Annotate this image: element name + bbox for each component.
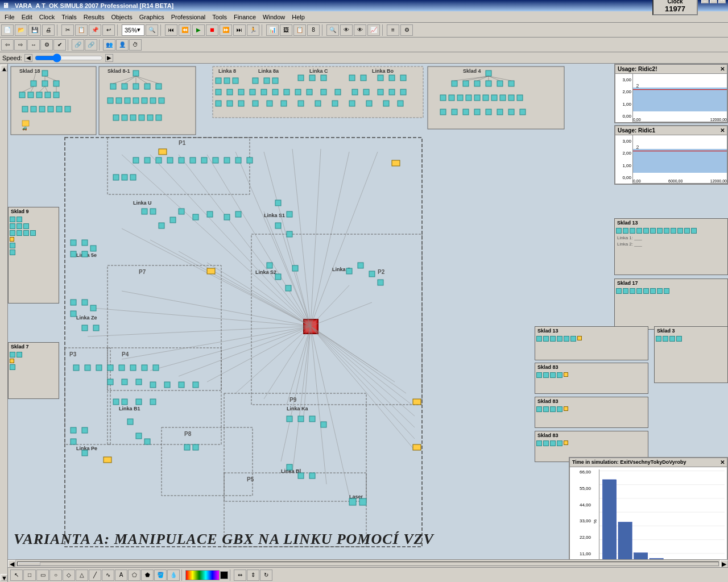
- mirror-v-btn[interactable]: ⇕: [247, 569, 259, 581]
- zoom-dropdown[interactable]: 35%▾: [122, 24, 144, 36]
- svg-text:Linka 8: Linka 8: [218, 68, 236, 74]
- menu-file[interactable]: File: [1, 13, 18, 22]
- svg-rect-292: [392, 160, 400, 166]
- eye2-button[interactable]: 👁: [354, 24, 366, 36]
- menu-window[interactable]: Window: [259, 13, 288, 22]
- svg-rect-243: [82, 240, 88, 246]
- open-button[interactable]: 📂: [15, 24, 27, 36]
- menu-results[interactable]: Results: [80, 13, 108, 22]
- menu-clock[interactable]: Clock: [36, 13, 59, 22]
- select-tool[interactable]: ↖: [10, 569, 23, 581]
- image-button[interactable]: 🖼: [280, 24, 292, 36]
- svg-rect-64: [272, 78, 278, 84]
- people-btn[interactable]: 👥: [103, 39, 115, 51]
- svg-rect-290: [104, 457, 111, 463]
- triangle-tool[interactable]: △: [76, 569, 88, 581]
- node-tool[interactable]: ⬟: [141, 569, 154, 581]
- run-button[interactable]: 🏃: [247, 24, 259, 36]
- fast-fwd-button[interactable]: ⏭: [233, 24, 246, 36]
- svg-rect-3: [42, 70, 48, 76]
- nav-btn7[interactable]: 🔗: [85, 39, 97, 51]
- h-scrollbar[interactable]: ◀ ▶: [8, 559, 728, 567]
- text-tool[interactable]: A: [115, 569, 127, 581]
- layers-button[interactable]: ≡: [387, 24, 399, 36]
- rounded-rect-tool[interactable]: ▭: [36, 569, 49, 581]
- eyedrop-tool[interactable]: 💧: [167, 569, 180, 581]
- rect-tool[interactable]: □: [23, 569, 36, 581]
- print-button[interactable]: 🖨: [42, 24, 55, 36]
- poly-tool[interactable]: ⬠: [128, 569, 140, 581]
- play-button[interactable]: ▶: [192, 24, 205, 36]
- scroll-track[interactable]: [17, 562, 719, 566]
- close-button[interactable]: ✕: [718, 0, 726, 3]
- menu-tools[interactable]: Tools: [209, 13, 230, 22]
- kpi-button[interactable]: 8: [307, 24, 320, 36]
- left-scrollbar[interactable]: ▲ ▼: [0, 64, 8, 582]
- filter-button[interactable]: ⚙: [400, 24, 413, 36]
- close-exit-chart-button[interactable]: ✕: [720, 459, 725, 465]
- stop-button[interactable]: ⏹: [206, 24, 218, 36]
- rewind-button[interactable]: ⏮: [165, 24, 177, 36]
- svg-rect-127: [440, 109, 446, 115]
- paste-button[interactable]: 📌: [89, 24, 101, 36]
- mirror-h-btn[interactable]: ⇔: [234, 569, 246, 581]
- svg-rect-108: [486, 81, 491, 86]
- undo-button[interactable]: ↩: [102, 24, 115, 36]
- step-fwd-button[interactable]: ⏩: [220, 24, 232, 36]
- svg-rect-98: [349, 101, 355, 106]
- close-ridic2-button[interactable]: ✕: [720, 66, 725, 72]
- speed-right-btn[interactable]: ▶: [105, 54, 113, 62]
- chart-button[interactable]: 📊: [266, 24, 279, 36]
- results-button[interactable]: 📈: [367, 24, 380, 36]
- minimize-button[interactable]: _: [701, 0, 709, 3]
- menu-finance[interactable]: Finance: [230, 13, 259, 22]
- line-tool[interactable]: ╱: [89, 569, 101, 581]
- zoom-icon[interactable]: 🔍: [146, 24, 158, 36]
- sep3: [160, 24, 163, 36]
- copy-button[interactable]: 📋: [75, 24, 88, 36]
- speed-slider[interactable]: [35, 53, 103, 63]
- people2-btn[interactable]: 👤: [116, 39, 129, 51]
- svg-rect-66: [309, 75, 315, 81]
- svg-rect-232: [275, 223, 281, 228]
- svg-rect-118: [449, 95, 454, 101]
- step-back-button[interactable]: ⏪: [179, 24, 191, 36]
- rotate-btn[interactable]: ↻: [260, 569, 272, 581]
- svg-rect-74: [227, 89, 233, 95]
- eye-button[interactable]: 👁: [340, 24, 353, 36]
- scroll-right-btn[interactable]: ▶: [720, 560, 728, 568]
- save-button[interactable]: 💾: [28, 24, 41, 36]
- color-black[interactable]: [220, 571, 228, 579]
- cut-button[interactable]: ✂: [61, 24, 74, 36]
- table-button[interactable]: 📋: [293, 24, 306, 36]
- nav-btn5[interactable]: ✔: [53, 39, 66, 51]
- scroll-left-btn[interactable]: ◀: [8, 560, 16, 568]
- maximize-button[interactable]: □: [710, 0, 717, 3]
- nav-btn1[interactable]: ⇦: [1, 39, 14, 51]
- scroll-thumb[interactable]: [18, 562, 40, 566]
- nav-btn6[interactable]: 🔗: [72, 39, 84, 51]
- diamond-tool[interactable]: ◇: [63, 569, 75, 581]
- menu-help[interactable]: Help: [288, 13, 308, 22]
- menu-graphics[interactable]: Graphics: [136, 13, 168, 22]
- sep8: [99, 39, 101, 51]
- color-palette[interactable]: [185, 570, 220, 580]
- bucket-tool[interactable]: 🪣: [154, 569, 167, 581]
- svg-rect-20: [22, 106, 28, 112]
- svg-rect-227: [224, 157, 230, 163]
- nav-btn3[interactable]: ↔: [27, 39, 40, 51]
- menu-trials[interactable]: Trials: [58, 13, 80, 22]
- nav-btn4[interactable]: ⚙: [40, 39, 53, 51]
- bezier-tool[interactable]: ∿: [102, 569, 114, 581]
- close-ridic1-button[interactable]: ✕: [720, 127, 725, 134]
- menu-edit[interactable]: Edit: [18, 13, 36, 22]
- svg-rect-25: [65, 106, 71, 112]
- new-button[interactable]: 📄: [1, 24, 14, 36]
- circle-tool[interactable]: ○: [49, 569, 62, 581]
- nav-btn2[interactable]: ⇨: [14, 39, 27, 51]
- menu-professional[interactable]: Professional: [168, 13, 209, 22]
- menu-objects[interactable]: Objects: [107, 13, 135, 22]
- speed-left-btn[interactable]: ◀: [24, 54, 32, 62]
- shift-btn[interactable]: ⏱: [129, 39, 142, 51]
- search-button[interactable]: 🔍: [326, 24, 339, 36]
